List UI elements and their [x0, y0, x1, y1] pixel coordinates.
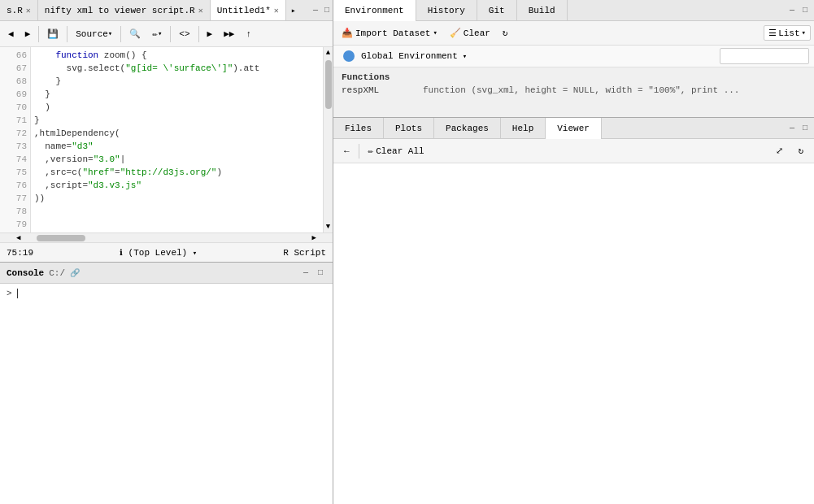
files-tabs: Files Plots Packages Help Viewer — □ — [333, 118, 814, 139]
sep2 — [67, 26, 67, 42]
viewer-back-btn[interactable]: ← — [338, 144, 355, 159]
cursor-position: 75:19 — [7, 248, 33, 258]
env-maximize-btn[interactable]: □ — [799, 5, 811, 16]
publish-btn[interactable]: ↑ — [241, 27, 256, 41]
tab-history[interactable]: History — [416, 0, 477, 21]
code-line-74: name="d3" — [34, 140, 320, 153]
tab-git-label: Git — [489, 6, 505, 15]
files-toolbar: ← ✏ Clear All ⤢ ↻ — [333, 139, 814, 163]
wand-btn[interactable]: ✏ ▾ — [147, 26, 167, 41]
sep5 — [198, 26, 199, 42]
viewer-expand-btn[interactable]: ⤢ — [770, 143, 789, 159]
broom-icon: 🧹 — [450, 28, 461, 38]
console-section: Console C:/ 🔗 — □ > — [0, 263, 333, 504]
tab-environment[interactable]: Environment — [333, 0, 416, 21]
source-btn[interactable]: Source ▾ — [71, 27, 117, 41]
list-label: List — [778, 28, 799, 38]
refresh-env-btn[interactable]: ↻ — [498, 25, 513, 41]
redo-btn[interactable]: ▶ — [20, 26, 36, 41]
tab-label: s.R — [7, 6, 23, 15]
console-body[interactable]: > — [0, 284, 333, 504]
tab-viewer-label: Viewer — [557, 124, 590, 133]
console-cursor[interactable] — [17, 289, 24, 298]
tab-git[interactable]: Git — [477, 0, 517, 21]
undo-btn[interactable]: ◀ — [3, 26, 19, 41]
tab-build[interactable]: Build — [517, 0, 568, 21]
console-header-btns: — □ — [300, 267, 326, 279]
editor-scrollbar-h[interactable]: ◀ ▶ — [0, 232, 333, 242]
tab-more[interactable]: ▸ — [286, 6, 301, 15]
scroll-thumb[interactable] — [325, 60, 332, 109]
clear-label: Clear — [464, 28, 490, 38]
console-title: Console — [7, 268, 44, 278]
code-editor[interactable]: function zoom() { svg.select("g[id= \'su… — [31, 47, 323, 232]
scope-dropdown[interactable]: ▾ — [193, 250, 197, 258]
editor-maximize-btn[interactable]: □ — [321, 5, 333, 16]
files-minimize-btn[interactable]: — — [786, 123, 798, 134]
files-window-btns: — □ — [783, 123, 814, 134]
editor-minimize-btn[interactable]: — — [310, 5, 321, 16]
wand-icon: ✏ — [152, 28, 158, 39]
code-line-66: function zoom() { — [34, 49, 320, 62]
scroll-right-btn[interactable]: ▶ — [312, 233, 316, 242]
code-line-68: } — [34, 75, 320, 88]
scroll-down-btn[interactable]: ▼ — [326, 223, 330, 231]
clear-all-icon: ✏ — [368, 146, 374, 156]
run-all-btn[interactable]: ▶▶ — [219, 26, 239, 41]
tab-help-label: Help — [512, 124, 533, 133]
list-view-btn[interactable]: ☰ List ▾ — [764, 25, 811, 41]
tab-files-label: Files — [345, 124, 372, 133]
tab-packages[interactable]: Packages — [434, 118, 501, 139]
scroll-left-btn[interactable]: ◀ — [16, 233, 20, 242]
env-search-input[interactable] — [720, 48, 809, 64]
tab-help[interactable]: Help — [501, 118, 546, 139]
tab-s-r[interactable]: s.R ✕ — [0, 0, 38, 21]
viewer-content — [333, 163, 814, 504]
tab-plots[interactable]: Plots — [384, 118, 434, 139]
viewer-refresh-btn[interactable]: ↻ — [792, 143, 809, 159]
functions-section-title: Functions — [337, 71, 811, 84]
sep1 — [38, 26, 39, 42]
search-btn[interactable]: 🔍 — [124, 26, 146, 41]
editor-section: s.R ✕ nifty xml to viewer script.R ✕ Unt… — [0, 0, 333, 263]
editor-footer: 75:19 ℹ (Top Level) ▾ R Script — [0, 242, 333, 262]
tab-history-label: History — [428, 6, 465, 15]
env-minimize-btn[interactable]: — — [786, 5, 798, 16]
tab-viewer[interactable]: Viewer — [546, 118, 602, 139]
code-line-69: } — [34, 88, 320, 101]
files-maximize-btn[interactable]: □ — [799, 123, 811, 134]
wand-dropdown[interactable]: ▾ — [158, 29, 162, 38]
run-btn[interactable]: ▶ — [202, 26, 218, 41]
code-line-71: } — [34, 114, 320, 127]
env-dropdown-arrow[interactable]: ▾ — [463, 52, 467, 61]
clear-env-btn[interactable]: 🧹 Clear — [445, 25, 495, 41]
info-icon: ℹ — [120, 249, 123, 258]
global-env-selector[interactable]: Global Environment ▾ — [338, 49, 472, 63]
tab-nifty[interactable]: nifty xml to viewer script.R ✕ — [38, 0, 211, 21]
save-btn[interactable]: 💾 — [42, 26, 63, 41]
code-line-73: ,htmlDependency( — [34, 127, 320, 140]
tab-files[interactable]: Files — [333, 118, 384, 139]
editor-scrollbar-v[interactable]: ▲ ▼ — [323, 47, 333, 232]
close-tab-s-r[interactable]: ✕ — [26, 6, 31, 15]
console-maximize-btn[interactable]: □ — [315, 267, 326, 279]
env-selector-bar: Global Environment ▾ — [333, 46, 814, 67]
close-tab-untitled1[interactable]: ✕ — [274, 6, 279, 15]
top-right-panel: Environment History Git Build — □ — [333, 0, 814, 118]
list-dropdown[interactable]: ▾ — [802, 28, 806, 37]
code-line-70: ) — [34, 101, 320, 114]
scroll-thumb-h[interactable] — [37, 235, 85, 241]
code-btn[interactable]: <> — [174, 27, 194, 41]
source-dropdown[interactable]: ▾ — [108, 29, 112, 38]
clear-all-btn[interactable]: ✏ Clear All — [363, 143, 430, 159]
code-line-67: svg.select("g[id= \'surface\']").att — [34, 62, 320, 75]
scroll-up-btn[interactable]: ▲ — [326, 49, 330, 57]
import-btn[interactable]: 📥 Import Dataset ▾ — [337, 25, 442, 41]
tab-untitled1[interactable]: Untitled1* ✕ — [211, 0, 286, 21]
refresh-icon: ↻ — [503, 28, 508, 38]
editor-tabs: s.R ✕ nifty xml to viewer script.R ✕ Unt… — [0, 0, 333, 21]
console-header: Console C:/ 🔗 — □ — [0, 263, 333, 284]
import-dropdown[interactable]: ▾ — [433, 28, 437, 37]
close-tab-nifty[interactable]: ✕ — [198, 6, 203, 15]
console-minimize-btn[interactable]: — — [300, 267, 311, 279]
